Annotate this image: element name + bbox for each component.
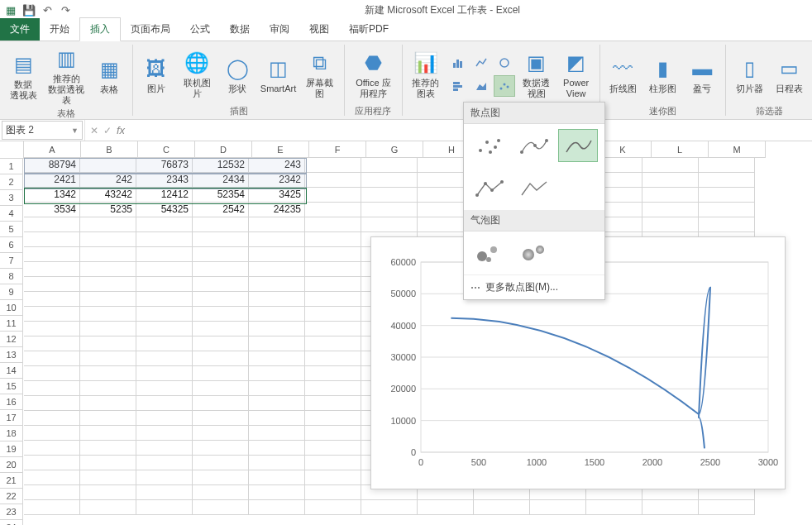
cell[interactable] bbox=[193, 366, 249, 381]
cell[interactable] bbox=[699, 217, 755, 232]
row-header[interactable]: 6 bbox=[0, 237, 23, 253]
cell[interactable] bbox=[305, 277, 361, 292]
row-header[interactable]: 16 bbox=[0, 394, 23, 410]
cell[interactable] bbox=[193, 322, 249, 336]
row-header[interactable]: 22 bbox=[0, 489, 23, 504]
cell[interactable] bbox=[80, 158, 136, 173]
cell[interactable]: 2343 bbox=[136, 173, 193, 188]
scatter-straight-lines-option[interactable] bbox=[513, 172, 553, 205]
cell[interactable] bbox=[699, 188, 755, 203]
cell[interactable] bbox=[305, 456, 361, 470]
cell[interactable] bbox=[136, 381, 193, 396]
cell[interactable] bbox=[249, 262, 305, 277]
cell[interactable] bbox=[305, 307, 361, 322]
cell[interactable] bbox=[305, 232, 361, 247]
cell[interactable] bbox=[305, 173, 361, 188]
cell[interactable] bbox=[193, 351, 249, 366]
tab-home[interactable]: 开始 bbox=[40, 18, 79, 41]
column-header[interactable]: L bbox=[652, 141, 709, 158]
cell[interactable] bbox=[249, 441, 305, 456]
column-header[interactable]: D bbox=[195, 141, 252, 158]
cell[interactable] bbox=[249, 247, 305, 262]
cell[interactable] bbox=[305, 411, 361, 426]
cell[interactable] bbox=[699, 500, 755, 515]
cell[interactable] bbox=[193, 456, 249, 470]
tab-formulas[interactable]: 公式 bbox=[180, 18, 220, 41]
cell[interactable]: 2342 bbox=[249, 173, 305, 188]
cell[interactable] bbox=[193, 217, 249, 232]
cell[interactable]: 243 bbox=[249, 158, 305, 173]
cell[interactable] bbox=[193, 307, 249, 322]
row-header[interactable]: 10 bbox=[0, 300, 23, 316]
cell[interactable]: 2434 bbox=[193, 173, 249, 188]
select-all-corner[interactable] bbox=[0, 141, 24, 159]
fx-icon[interactable]: fx bbox=[117, 124, 125, 136]
cell[interactable] bbox=[136, 411, 193, 426]
cell[interactable] bbox=[249, 396, 305, 411]
cell[interactable]: 5235 bbox=[80, 203, 136, 217]
cell[interactable]: 52354 bbox=[193, 188, 249, 203]
pivot-table-button[interactable]: ▤数据 透视表 bbox=[5, 50, 41, 103]
cell[interactable] bbox=[24, 307, 80, 322]
pictures-button[interactable]: 🖼图片 bbox=[138, 54, 174, 96]
cell[interactable] bbox=[136, 322, 193, 336]
row-header[interactable]: 4 bbox=[0, 206, 23, 222]
cell[interactable] bbox=[136, 217, 193, 232]
cell[interactable]: 3534 bbox=[24, 203, 80, 217]
row-header[interactable]: 18 bbox=[0, 426, 23, 441]
cell[interactable] bbox=[642, 173, 699, 188]
column-header[interactable]: E bbox=[252, 141, 309, 158]
cell[interactable] bbox=[136, 396, 193, 411]
more-scatter-charts-option[interactable]: ⋯更多散点图(M)... bbox=[464, 274, 604, 299]
cell[interactable] bbox=[699, 203, 755, 217]
pivot-chart-button[interactable]: ▣数据透视图 bbox=[518, 48, 555, 101]
cell[interactable] bbox=[193, 247, 249, 262]
cell[interactable]: 1342 bbox=[24, 188, 80, 203]
scatter-smooth-markers-option[interactable] bbox=[513, 129, 553, 162]
cell[interactable] bbox=[80, 441, 136, 456]
cell[interactable] bbox=[193, 292, 249, 307]
cell[interactable] bbox=[249, 292, 305, 307]
cell[interactable] bbox=[136, 441, 193, 456]
tab-file[interactable]: 文件 bbox=[0, 18, 40, 41]
column-header[interactable]: M bbox=[709, 141, 766, 158]
cell[interactable] bbox=[80, 396, 136, 411]
cell[interactable] bbox=[193, 470, 249, 485]
cell[interactable] bbox=[193, 441, 249, 456]
column-header[interactable]: C bbox=[138, 141, 195, 158]
screenshot-button[interactable]: ⧉屏幕截图 bbox=[301, 48, 340, 101]
save-icon[interactable]: 💾 bbox=[21, 2, 36, 17]
cell[interactable] bbox=[24, 456, 80, 470]
cell[interactable] bbox=[418, 500, 474, 515]
cell[interactable] bbox=[80, 500, 136, 515]
scatter-smooth-lines-option[interactable] bbox=[558, 129, 598, 162]
cell[interactable] bbox=[136, 307, 193, 322]
cell[interactable] bbox=[249, 307, 305, 322]
cell[interactable] bbox=[136, 456, 193, 470]
cell[interactable] bbox=[699, 158, 755, 173]
cell[interactable] bbox=[136, 485, 193, 500]
cell[interactable] bbox=[305, 292, 361, 307]
column-header[interactable]: F bbox=[309, 141, 366, 158]
bar-chart-button[interactable] bbox=[447, 75, 469, 97]
cell[interactable] bbox=[249, 456, 305, 470]
cell[interactable] bbox=[193, 411, 249, 426]
tab-foxit[interactable]: 福昕PDF bbox=[339, 18, 399, 41]
cell[interactable] bbox=[305, 217, 361, 232]
column-header[interactable]: B bbox=[81, 141, 138, 158]
name-box[interactable]: 图表 2▼ bbox=[2, 121, 83, 140]
cell[interactable] bbox=[24, 485, 80, 500]
cell[interactable] bbox=[193, 262, 249, 277]
row-header[interactable]: 13 bbox=[0, 347, 23, 363]
enter-formula-icon[interactable]: ✓ bbox=[103, 125, 112, 136]
cell[interactable] bbox=[80, 232, 136, 247]
cell[interactable] bbox=[136, 470, 193, 485]
cell[interactable] bbox=[24, 441, 80, 456]
cell[interactable] bbox=[136, 292, 193, 307]
cell[interactable] bbox=[80, 426, 136, 441]
cell[interactable] bbox=[24, 366, 80, 381]
redo-icon[interactable]: ↷ bbox=[58, 2, 73, 17]
sparkline-winloss-button[interactable]: ▬盈亏 bbox=[684, 54, 720, 96]
cell[interactable] bbox=[136, 277, 193, 292]
cell[interactable] bbox=[24, 322, 80, 336]
